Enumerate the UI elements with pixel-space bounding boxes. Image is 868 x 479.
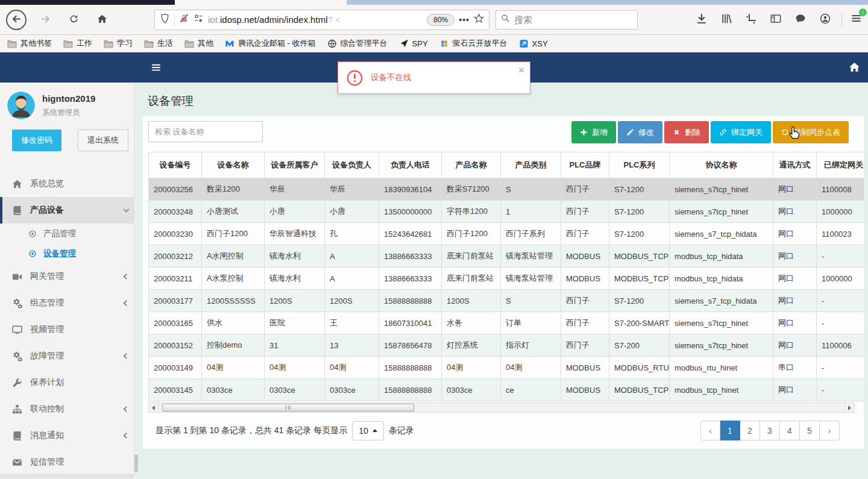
sidebar-item-maintenance-plan[interactable]: 保养计划 <box>0 369 139 396</box>
table-cell: A水闸控制 <box>202 245 265 268</box>
table-row[interactable]: 2000031771200SSSSSS1200S1200S15888888888… <box>149 290 864 312</box>
table-cell: 13500000000 <box>379 201 442 223</box>
sidebar-item-product-device[interactable]: 产品设备 <box>0 197 139 224</box>
table-cell: 04测 <box>265 357 325 379</box>
sidebar-item-system-overview[interactable]: 系统总览 <box>0 171 139 197</box>
scroll-left-arrow[interactable] <box>149 403 159 412</box>
table-cell: 华辰 <box>325 178 379 201</box>
table-row[interactable]: 2000031450303ce0303ce0303ce1588888888803… <box>149 379 864 401</box>
device-search-input[interactable] <box>148 121 263 142</box>
table-cell: 网口 <box>773 178 817 201</box>
bind-gateway-button[interactable]: 绑定网关 <box>711 121 771 143</box>
sidebar-item-config-mgmt[interactable]: 组态管理 <box>0 290 139 316</box>
downloads-icon[interactable] <box>696 13 707 27</box>
browser-search-input[interactable] <box>514 14 605 25</box>
pager-page-3[interactable]: 3 <box>760 421 780 440</box>
sidebar-hscrollbar[interactable] <box>0 474 134 478</box>
table-cell: 31 <box>265 334 325 357</box>
bookmark-ys7-open-platform[interactable]: 萤石云开放平台 <box>439 38 508 49</box>
change-password-button[interactable]: 修改密码 <box>12 130 61 151</box>
insecure-lock-icon[interactable] <box>179 13 189 26</box>
bookmark-mgmt-platform[interactable]: 综合管理平台 <box>327 38 388 49</box>
edit-button[interactable]: 修改 <box>618 121 662 143</box>
force-sync-button[interactable]: 强制同步点表 <box>773 121 849 143</box>
table-row[interactable]: 200003256数采1200华辰华辰18390936104数采S71200S西… <box>149 178 864 201</box>
reload-button[interactable] <box>64 10 83 30</box>
account-icon[interactable] <box>820 13 831 27</box>
table-row[interactable]: 200003165供水医院王18607310041水务订单西门子S7-200-S… <box>149 312 864 334</box>
bookmark-life[interactable]: 生活 <box>144 38 173 49</box>
sidebar-item-fault-mgmt[interactable]: 故障管理 <box>0 343 139 369</box>
table-cell: S7-1200 <box>609 290 670 312</box>
navbar-home-icon[interactable] <box>849 61 860 75</box>
screenshot-icon[interactable] <box>746 13 756 27</box>
sidebar-item-message-notify[interactable]: 消息通知 <box>0 422 139 449</box>
pager-page-5[interactable]: 5 <box>800 421 820 440</box>
zoom-level-badge[interactable]: 80% <box>427 14 454 26</box>
sidebar-item-linkage-control[interactable]: 联动控制 <box>0 396 139 422</box>
browser-tab-strip[interactable] <box>0 0 868 5</box>
table-row[interactable]: 200003152控制demo311315878656478灯控系统指示灯西门子… <box>149 334 864 357</box>
sidebar-toggle-icon[interactable] <box>151 62 162 75</box>
permissions-icon[interactable] <box>193 13 204 26</box>
bookmark-other-bookmarks[interactable]: 其他书签 <box>7 38 52 49</box>
bookmark-spy[interactable]: SPY <box>399 39 428 48</box>
sidebar-scrollbar-thumb[interactable] <box>134 454 138 472</box>
table-cell: 13886663333 <box>379 268 442 290</box>
sidebar-item-device-mgmt[interactable]: 设备管理 <box>0 243 139 263</box>
bookmark-star-icon[interactable] <box>474 13 484 26</box>
table-cell: 小唐 <box>265 201 325 223</box>
delete-button[interactable]: 删除 <box>664 121 709 143</box>
sidebar-item-video-mgmt[interactable]: 视频管理 <box>0 316 139 343</box>
page-size-dropdown[interactable]: 10 <box>352 421 384 440</box>
scroll-right-arrow[interactable] <box>844 403 854 412</box>
bookmark-study[interactable]: 学习 <box>104 38 133 49</box>
sidebar-item-gateway-mgmt[interactable]: 网关管理 <box>0 263 139 290</box>
bookmark-work[interactable]: 工作 <box>63 38 92 49</box>
gears-icon <box>12 351 22 362</box>
folder-icon <box>144 39 154 48</box>
table-cell: 0303ce <box>442 379 501 401</box>
pager-page-4[interactable]: 4 <box>780 421 800 440</box>
table-cell: S <box>501 178 561 201</box>
horizontal-scrollbar[interactable] <box>148 402 855 413</box>
pager-next[interactable]: › <box>820 421 840 440</box>
table-cell: 200003212 <box>149 245 202 268</box>
column-header: 负责人电话 <box>379 152 442 178</box>
browser-search-bar[interactable] <box>495 10 638 30</box>
page-actions-icon[interactable]: ••• <box>459 15 470 25</box>
tracking-shield-icon[interactable] <box>160 13 170 26</box>
table-row[interactable]: 200003230西门子1200华辰智通科技孔15243642681西门子120… <box>149 223 864 245</box>
forward-button[interactable] <box>36 10 55 30</box>
table-row[interactable]: 20000314904测04测04测1588888888804测04测MODBU… <box>149 357 864 379</box>
pager-prev[interactable]: ‹ <box>700 421 720 440</box>
menu-button[interactable]: ↑ <box>851 13 862 27</box>
url-bar[interactable]: iot.idosp.net/admin/index.html? < 80% ••… <box>154 10 489 30</box>
table-row[interactable]: 200003248小唐测试小唐小唐13500000000字符串12001西门子S… <box>149 201 864 223</box>
alert-close-icon[interactable]: × <box>518 64 524 77</box>
divider <box>174 14 175 26</box>
table-row[interactable]: 200003212A水闸控制镇海水利A13886663333底来门前泵站镇海泵站… <box>149 245 864 268</box>
library-icon[interactable] <box>721 13 732 27</box>
bookmark-tencent-exmail[interactable]: 腾讯企业邮箱 - 收件箱 <box>225 38 316 49</box>
hscrollbar-thumb[interactable] <box>162 404 414 412</box>
add-button[interactable]: 新增 <box>571 121 616 143</box>
back-button[interactable] <box>6 10 27 30</box>
sidebar-item-sms-mgmt[interactable]: 短信管理 <box>0 449 139 475</box>
home-button[interactable] <box>92 10 112 30</box>
sidebar-panel-icon[interactable] <box>770 13 781 27</box>
bookmark-xsy[interactable]: XSY <box>519 39 548 48</box>
hamburger-icon <box>851 16 862 26</box>
column-header: 设备负责人 <box>325 152 379 178</box>
table-cell: S7-200-SMART <box>609 312 670 334</box>
bookmark-misc[interactable]: 其他 <box>184 38 213 49</box>
table-cell: S7-1200 <box>609 178 670 201</box>
pager-page-1[interactable]: 1 <box>720 421 740 440</box>
sidebar-scrollbar-track[interactable] <box>134 83 139 478</box>
pager-page-2[interactable]: 2 <box>740 421 760 440</box>
logout-button[interactable]: 退出系统 <box>78 130 128 151</box>
sidebar-item-product-mgmt[interactable]: 产品管理 <box>0 224 139 243</box>
table-row[interactable]: 200003211A水泵控制镇海水利A13886663333底来门前泵站镇海泵站… <box>149 268 864 290</box>
browser-toolbar: iot.idosp.net/admin/index.html? < 80% ••… <box>0 5 868 35</box>
pocket-bubble-icon[interactable] <box>795 13 806 27</box>
